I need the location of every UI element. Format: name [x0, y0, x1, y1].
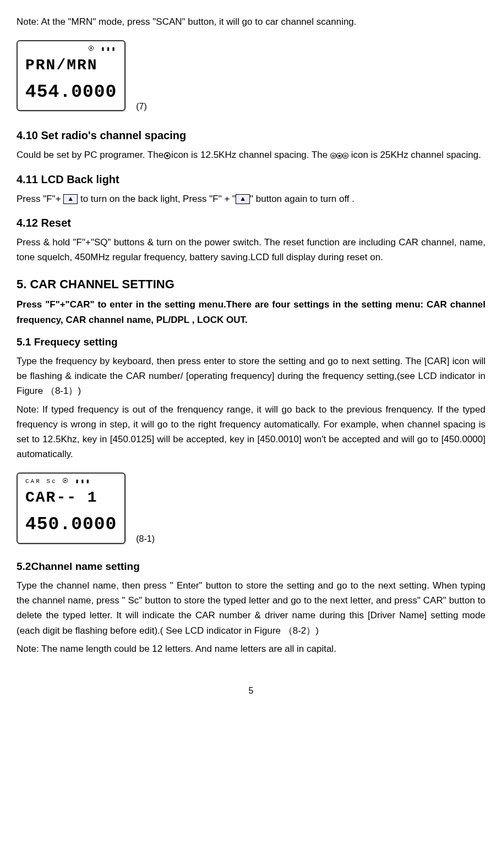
- heading-4-12: 4.12 Reset: [17, 214, 485, 232]
- text-410-c: icon is 25KHz channel spacing.: [348, 150, 481, 160]
- text-410-b: icon is 12.5KHz channel spacing. The: [171, 150, 328, 160]
- lcd1-line2: 454.0000: [25, 78, 117, 107]
- lcd-display-1: ⦿ ▮▮▮ PRN/MRN 454.0000: [17, 40, 126, 111]
- para-5-1b: Note: If typed frequency is out of the f…: [17, 402, 485, 462]
- heading-5-2: 5.2Channel name setting: [17, 558, 485, 575]
- wide-spacing-icon: ⦾⦿⦾: [330, 150, 348, 162]
- text-411-a: Press "F"+: [17, 194, 63, 204]
- heading-5-1: 5.1 Frequecy setting: [17, 334, 485, 350]
- lcd-figure-7: ⦿ ▮▮▮ PRN/MRN 454.0000 (7): [17, 32, 485, 119]
- narrow-spacing-icon: ⦿: [163, 150, 171, 162]
- para-4-12: Press & hold "F"+"SQ" buttons & turn on …: [17, 235, 485, 265]
- heading-5: 5. CAR CHANNEL SETTING: [17, 274, 485, 294]
- intro-note: Note: At the "MRN" mode, press "SCAN" bu…: [17, 14, 485, 29]
- para-4-11: Press "F"+ ▲ to turn on the back light, …: [17, 191, 485, 206]
- lcd2-caption: (8-1): [136, 532, 155, 546]
- lcd-display-2: CAR Sc ⦿ ▮▮▮ CAR-- 1 450.0000: [17, 473, 126, 543]
- text-411-b: to turn on the back light, Press "F" + ": [78, 194, 236, 204]
- text-410-a: Could be set by PC programer. The: [17, 150, 163, 160]
- text-411-c: " button again to turn off .: [250, 194, 354, 204]
- lcd2-line2: 450.0000: [25, 510, 117, 540]
- page-number: 5: [17, 684, 485, 698]
- para-5-1a: Type the frequency by keyboard, then pre…: [17, 354, 485, 399]
- lcd2-line1: CAR-- 1: [25, 486, 117, 510]
- heading-4-11: 4.11 LCD Back light: [17, 171, 485, 188]
- lcd-figure-8-1: CAR Sc ⦿ ▮▮▮ CAR-- 1 450.0000 (8-1): [17, 465, 485, 551]
- lcd1-caption: (7): [136, 100, 147, 114]
- para-5-2b: Note: The name length could be 12 letter…: [17, 641, 485, 656]
- para-4-10: Could be set by PC programer. The⦿icon i…: [17, 147, 485, 162]
- up-arrow-icon: ▲: [236, 194, 250, 204]
- lcd1-line1: PRN/MRN: [25, 53, 117, 78]
- up-arrow-icon: ▲: [63, 194, 78, 204]
- para-5-intro: Press "F"+"CAR" to enter in the setting …: [17, 297, 485, 327]
- heading-4-10: 4.10 Set radio's channel spacing: [17, 127, 485, 144]
- para-5-2a: Type the channel name, then press " Ente…: [17, 578, 485, 638]
